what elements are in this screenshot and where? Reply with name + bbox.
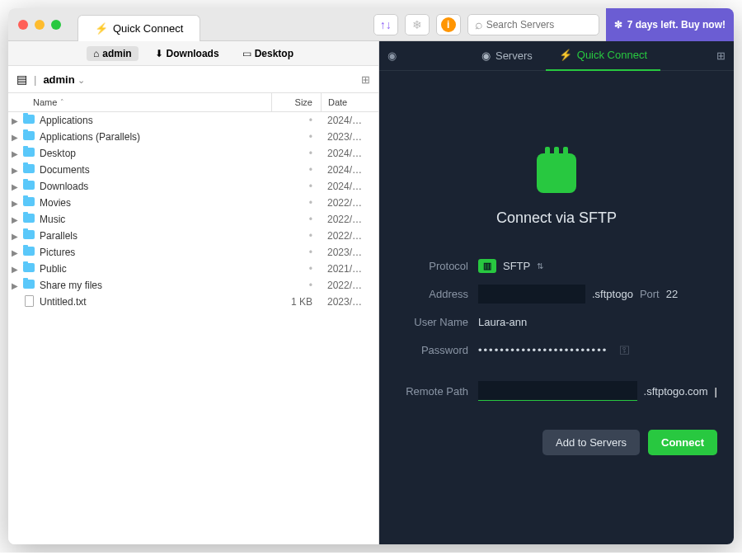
file-date: 2023/… [321,296,378,308]
disclosure-arrow-icon[interactable]: ▶ [8,166,21,175]
folder-icon [21,214,36,225]
current-path[interactable]: admin ⌄ [43,73,85,86]
globe-icon[interactable]: ◉ [387,49,412,62]
disclosure-arrow-icon[interactable]: ▶ [8,248,21,257]
disclosure-arrow-icon[interactable]: ▶ [8,133,21,142]
search-icon: ⌕ [475,17,483,32]
disclosure-arrow-icon[interactable]: ▶ [8,265,21,274]
app-window: ⚡ Quick Connect ↑↓ ❄ i ⌕ ✻ 7 days left. … [8,8,734,544]
table-row[interactable]: ▶Parallels•2022/… [8,228,378,244]
breadcrumb-admin[interactable]: ⌂ admin [87,46,139,61]
buy-now-banner[interactable]: ✻ 7 days left. Buy now! [606,8,734,41]
tab-quickconnect[interactable]: ⚡ Quick Connect [546,41,660,71]
breadcrumb-desktop[interactable]: ▭ Desktop [236,46,300,61]
table-row[interactable]: ▶Applications (Parallels)•2023/… [8,129,378,145]
connect-button[interactable]: Connect [648,430,717,455]
protocol-label: Protocol [396,260,478,272]
disclosure-arrow-icon[interactable]: ▶ [8,232,21,241]
sync-button[interactable]: ↑↓ [373,14,398,35]
port-value[interactable]: 22 [666,288,678,300]
file-size: • [271,247,321,258]
grid-icon[interactable]: ⊞ [716,49,726,62]
disclosure-arrow-icon[interactable]: ▶ [8,116,21,125]
table-row[interactable]: ▶Music•2022/… [8,211,378,228]
column-date[interactable]: Date [321,93,378,111]
password-label: Password [396,344,478,356]
path-bar: ▤ | admin ⌄ ⊞ [8,66,378,92]
connect-title: Connect via SFTP [496,209,617,227]
disclosure-arrow-icon[interactable]: ▶ [8,215,21,224]
remote-panel: ◉ ◉ Servers ⚡ Quick Connect ⊞ Connect vi… [379,41,734,544]
username-label: User Name [396,316,478,328]
file-date: 2022/… [321,197,378,209]
titlebar: ⚡ Quick Connect ↑↓ ❄ i ⌕ ✻ 7 days left. … [8,8,734,41]
window-controls [18,20,61,30]
file-date: 2024/… [321,115,378,126]
file-size: • [271,197,321,209]
search-servers[interactable]: ⌕ [467,14,599,35]
address-input[interactable] [478,285,585,304]
file-date: 2024/… [321,181,378,192]
table-row[interactable]: ▶Desktop•2024/… [8,145,378,162]
search-input[interactable] [486,19,592,31]
breadcrumb-downloads[interactable]: ⬇ Downloads [148,46,226,61]
close-icon[interactable] [18,20,28,30]
disclosure-arrow-icon[interactable]: ▶ [8,182,21,191]
folder-icon [21,247,36,258]
maximize-icon[interactable] [51,20,61,30]
table-row[interactable]: ▶Share my files•2022/… [8,277,378,294]
breadcrumb: ⌂ admin ⬇ Downloads ▭ Desktop [8,41,378,66]
column-size[interactable]: Size [271,93,321,111]
table-row[interactable]: ▶Pictures•2023/… [8,244,378,261]
table-header: Name ˄ Size Date [8,92,378,112]
table-row[interactable]: Untitled.txt1 KB2023/… [8,294,378,310]
file-size: • [271,181,321,192]
snowflake-button[interactable]: ❄ [405,14,430,35]
disclosure-arrow-icon[interactable]: ▶ [8,199,21,208]
tab-servers[interactable]: ◉ Servers [468,41,546,71]
username-input[interactable]: Laura-ann [478,316,527,328]
tab-quick-connect[interactable]: ⚡ Quick Connect [77,15,200,41]
file-name: Applications (Parallels) [36,131,271,143]
bolt-icon: ⚡ [95,22,108,35]
plug-icon [537,153,576,193]
add-to-servers-button[interactable]: Add to Servers [542,430,640,455]
info-icon: i [441,17,456,32]
info-button[interactable]: i [436,14,461,35]
disclosure-arrow-icon[interactable]: ▶ [8,281,21,290]
address-label: Address [396,288,478,300]
connect-form: Connect via SFTP Protocol ▥ SFTP ⇅ Addre… [379,71,734,544]
key-icon[interactable]: ⚿ [619,344,630,356]
file-size: • [271,131,321,143]
sftp-badge: ▥ [478,259,496,273]
table-row[interactable]: ▶Applications•2024/… [8,112,378,129]
file-date: 2021/… [321,263,378,275]
file-size: • [271,214,321,225]
table-row[interactable]: ▶Movies•2022/… [8,195,378,211]
password-input[interactable]: •••••••••••••••••••••••• [478,344,608,356]
file-size: • [271,263,321,275]
grid-toggle-icon[interactable]: ⊞ [361,73,370,86]
file-date: 2022/… [321,280,378,291]
local-panel: ⌂ admin ⬇ Downloads ▭ Desktop ▤ | admin … [8,41,379,544]
folder-icon [21,164,36,176]
table-row[interactable]: ▶Downloads•2024/… [8,178,378,195]
disclosure-arrow-icon[interactable]: ▶ [8,149,21,158]
titlebar-actions: ↑↓ ❄ i ⌕ ✻ 7 days left. Buy now! [373,13,724,36]
folder-icon [21,115,36,126]
column-name[interactable]: Name ˄ [8,93,271,111]
sync-icon: ↑↓ [380,18,392,31]
remote-tabs: ◉ ◉ Servers ⚡ Quick Connect ⊞ [379,41,734,71]
remotepath-input[interactable] [478,381,637,401]
table-row[interactable]: ▶Public•2021/… [8,261,378,277]
file-list: ▶Applications•2024/…▶Applications (Paral… [8,112,378,544]
file-name: Parallels [36,230,271,242]
minimize-icon[interactable] [35,20,45,30]
port-label: Port [640,288,660,300]
file-name: Pictures [36,247,271,258]
protocol-select[interactable]: ▥ SFTP ⇅ [478,259,717,273]
file-name: Desktop [36,148,271,159]
file-date: 2022/… [321,214,378,225]
table-row[interactable]: ▶Documents•2024/… [8,162,378,178]
drive-icon[interactable]: ▤ [16,73,27,86]
